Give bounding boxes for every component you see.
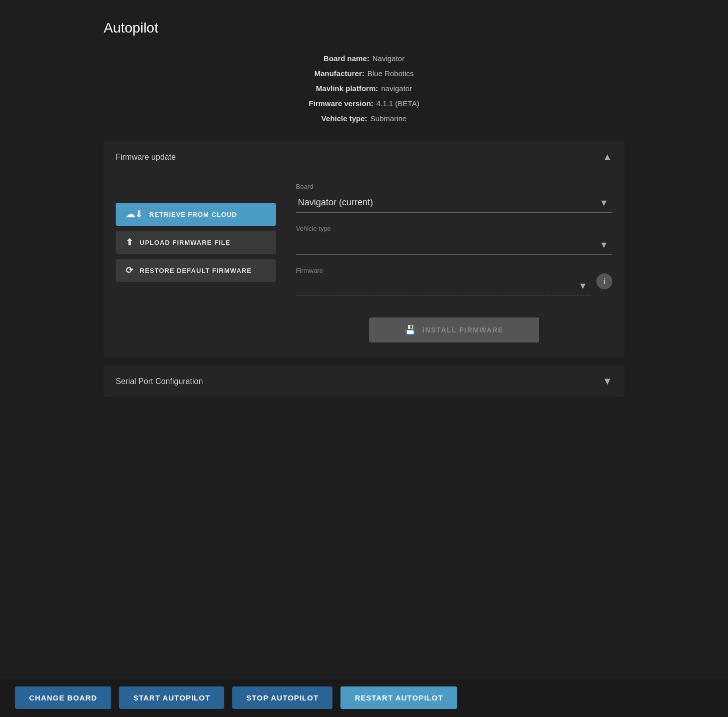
mavlink-value: navigator	[381, 81, 412, 96]
firmware-inner-select-wrapper: ▼	[296, 276, 591, 295]
firmware-update-title: Firmware update	[116, 153, 176, 162]
board-select-wrapper: Navigator (current) ▼	[296, 192, 612, 213]
restart-autopilot-button[interactable]: RESTART AUTOPILOT	[340, 686, 457, 709]
install-firmware-button[interactable]: 💾 INSTALL FIRMWARE	[369, 317, 539, 342]
vehicle-type-label: Vehicle type:	[321, 111, 368, 126]
firmware-version-label: Firmware version:	[309, 96, 374, 111]
firmware-update-header[interactable]: Firmware update ▲	[104, 141, 624, 173]
restart-autopilot-label: RESTART AUTOPILOT	[354, 693, 443, 702]
board-info: Board name: Navigator Manufacturer: Blue…	[104, 51, 624, 126]
retrieve-from-cloud-button[interactable]: ☁⇓ RETRIEVE FROM CLOUD	[116, 203, 276, 226]
serial-port-section: Serial Port Configuration ▼	[104, 366, 624, 397]
bottom-bar: CHANGE BOARD START AUTOPILOT STOP AUTOPI…	[0, 678, 728, 717]
vehicle-type-select-label: Vehicle type	[296, 225, 612, 232]
install-btn-label: INSTALL FIRMWARE	[423, 326, 504, 334]
upload-btn-label: UPLOAD FIRMWARE FILE	[140, 239, 230, 246]
start-autopilot-button[interactable]: START AUTOPILOT	[119, 686, 224, 709]
save-icon: 💾	[405, 324, 417, 335]
mavlink-label: Mavlink platform:	[316, 81, 378, 96]
vehicle-type-select[interactable]	[296, 234, 612, 255]
restore-icon: ⟳	[126, 265, 134, 276]
upload-icon: ⬆	[126, 237, 134, 248]
info-icon: i	[603, 277, 605, 285]
serial-port-chevron: ▼	[602, 376, 612, 387]
stop-autopilot-button[interactable]: STOP AUTOPILOT	[232, 686, 332, 709]
change-board-label: CHANGE BOARD	[29, 693, 97, 702]
board-select-group: Board Navigator (current) ▼	[296, 183, 612, 213]
change-board-button[interactable]: CHANGE BOARD	[15, 686, 111, 709]
retrieve-btn-label: RETRIEVE FROM CLOUD	[149, 211, 237, 218]
upload-firmware-button[interactable]: ⬆ UPLOAD FIRMWARE FILE	[116, 231, 276, 254]
firmware-left-panel: ☁⇓ RETRIEVE FROM CLOUD ⬆ UPLOAD FIRMWARE…	[116, 183, 276, 282]
firmware-info-button[interactable]: i	[596, 273, 612, 289]
manufacturer-value: Blue Robotics	[368, 66, 414, 81]
board-name-value: Navigator	[373, 51, 405, 66]
firmware-select-group: Firmware ▼ i	[296, 267, 612, 295]
board-select-label: Board	[296, 183, 612, 190]
cloud-icon: ☁⇓	[126, 209, 143, 220]
firmware-select-label: Firmware	[296, 267, 591, 274]
firmware-update-chevron: ▲	[602, 151, 612, 163]
firmware-version-value: 4.1.1 (BETA)	[377, 96, 420, 111]
serial-port-title: Serial Port Configuration	[116, 377, 203, 386]
start-autopilot-label: START AUTOPILOT	[133, 693, 210, 702]
stop-autopilot-label: STOP AUTOPILOT	[246, 693, 318, 702]
manufacturer-label: Manufacturer:	[314, 66, 365, 81]
firmware-select-wrapper: Firmware ▼	[296, 267, 591, 295]
page-title: Autopilot	[104, 20, 624, 36]
vehicle-type-value: Submarine	[371, 111, 407, 126]
board-name-label: Board name:	[323, 51, 370, 66]
board-select[interactable]: Navigator (current)	[296, 192, 612, 213]
restore-default-firmware-button[interactable]: ⟳ RESTORE DEFAULT FIRMWARE	[116, 259, 276, 282]
firmware-right-panel: Board Navigator (current) ▼ Vehicle type	[296, 183, 612, 342]
firmware-select[interactable]	[296, 276, 591, 295]
vehicle-type-select-wrapper: ▼	[296, 234, 612, 255]
serial-port-header[interactable]: Serial Port Configuration ▼	[104, 366, 624, 397]
restore-btn-label: RESTORE DEFAULT FIRMWARE	[140, 267, 252, 274]
firmware-select-row: Firmware ▼ i	[296, 267, 612, 295]
firmware-update-body: ☁⇓ RETRIEVE FROM CLOUD ⬆ UPLOAD FIRMWARE…	[104, 173, 624, 357]
firmware-update-section: Firmware update ▲ ☁⇓ RETRIEVE FROM CLOUD…	[104, 141, 624, 357]
vehicle-type-select-group: Vehicle type ▼	[296, 225, 612, 255]
